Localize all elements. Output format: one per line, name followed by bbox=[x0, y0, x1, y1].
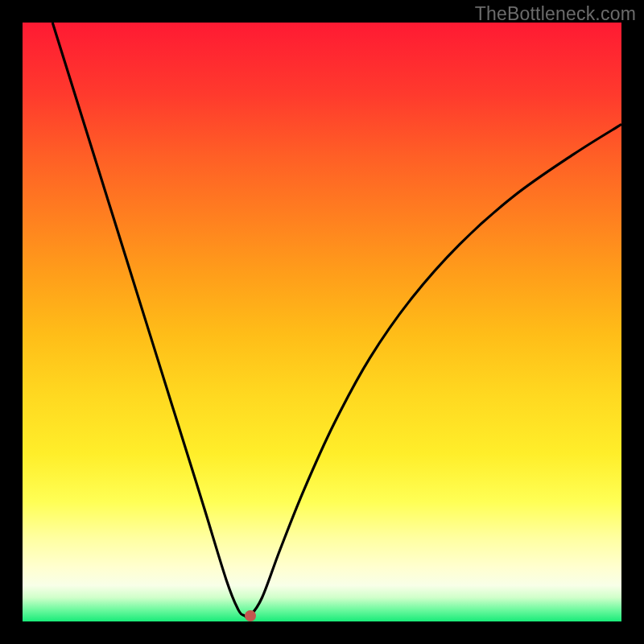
minimum-marker-dot bbox=[245, 610, 256, 621]
plot-area bbox=[23, 23, 621, 621]
curve-line bbox=[52, 23, 621, 617]
watermark-text: TheBottleneck.com bbox=[475, 3, 636, 25]
chart-frame: TheBottleneck.com bbox=[0, 0, 644, 644]
bottleneck-curve bbox=[23, 23, 621, 621]
